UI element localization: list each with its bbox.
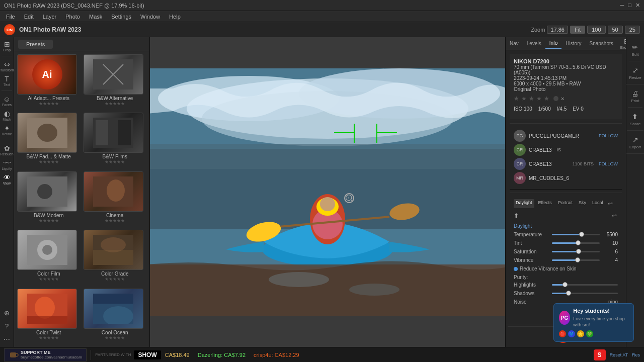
tab-snapshots[interactable]: Snapshots bbox=[586, 39, 617, 48]
adj-tab-local[interactable]: Local bbox=[590, 199, 605, 208]
adj-tab-portrait[interactable]: Portrait bbox=[556, 199, 575, 208]
zoom-25-btn[interactable]: 25 bbox=[625, 26, 640, 34]
edit-icon: ✏ bbox=[632, 43, 638, 51]
menu-edit[interactable]: Edit bbox=[20, 13, 38, 21]
tab-history[interactable]: History bbox=[561, 39, 585, 48]
tab-levels[interactable]: Levels bbox=[523, 39, 545, 48]
share-btn[interactable]: ⬆ Share bbox=[627, 109, 643, 131]
tool-retouch[interactable]: ✿ Retouch bbox=[0, 143, 14, 157]
adj-highlights-row: Highlights bbox=[514, 282, 618, 288]
star-3[interactable]: ★ bbox=[529, 95, 534, 102]
menu-settings[interactable]: Settings bbox=[107, 13, 135, 21]
preset-color-twist[interactable]: Color Twist ★★★★★ bbox=[17, 289, 80, 344]
svg-point-16 bbox=[42, 245, 52, 255]
preset-cool-ocean[interactable]: Cool Ocean ★★★★★ bbox=[84, 289, 147, 344]
adj-tab-effects[interactable]: Effects bbox=[536, 199, 554, 208]
bottom-tool-2[interactable]: ? bbox=[1, 320, 13, 332]
star-2[interactable]: ★ bbox=[521, 95, 527, 102]
preset-bw-mod[interactable]: B&W Modern ★★★★★ bbox=[17, 171, 80, 227]
tool-transform[interactable]: ⇔ Transform bbox=[0, 59, 14, 73]
top-toolbar: ON ON1 Photo RAW 2023 Zoom 17.86 Fit 100… bbox=[0, 22, 644, 37]
follow-label-2: FOLLOW bbox=[599, 161, 618, 166]
highlights-label: Highlights bbox=[514, 282, 549, 288]
zoom-100-btn[interactable]: 100 bbox=[587, 26, 605, 34]
close-btn[interactable]: ✕ bbox=[635, 2, 640, 9]
star-1[interactable]: ★ bbox=[514, 95, 519, 102]
canvas-area[interactable]: + bbox=[150, 37, 505, 347]
res-btn[interactable]: Res bbox=[632, 352, 640, 357]
sep1 bbox=[2, 56, 13, 56]
menu-bar: File Edit Layer Photo Mask Settings Wind… bbox=[0, 11, 644, 22]
tool-text[interactable]: T Text bbox=[0, 74, 14, 87]
adj-undo-btn[interactable]: ↩ bbox=[611, 211, 618, 220]
edit-btn[interactable]: ✏ Edit bbox=[629, 39, 642, 61]
shadows-slider[interactable] bbox=[552, 293, 618, 295]
svg-point-42 bbox=[269, 272, 329, 287]
star-4[interactable]: ★ bbox=[536, 95, 542, 102]
zoom-fit-btn[interactable]: Fit bbox=[570, 26, 585, 34]
x-label[interactable]: ✕ bbox=[560, 96, 565, 102]
tool-mask[interactable]: ◐ Mask bbox=[0, 109, 14, 122]
preset-color-grade[interactable]: Color Grade ★★★★★ bbox=[84, 230, 147, 285]
menu-file[interactable]: File bbox=[2, 13, 19, 21]
preset-bw-alt[interactable]: B&W Alternative ★★★★★ bbox=[84, 54, 147, 110]
reduce-vibrance-row: Reduce Vibrance on Skin bbox=[514, 266, 618, 272]
temperature-value: 5500 bbox=[603, 232, 618, 237]
print-icon: 🖨 bbox=[631, 89, 638, 98]
vibrance-slider[interactable] bbox=[552, 259, 600, 261]
coffee-icon bbox=[9, 350, 19, 360]
text-label: Text bbox=[4, 83, 10, 86]
adj-tab-sky[interactable]: Sky bbox=[577, 199, 588, 208]
tint-label: Tint bbox=[514, 240, 549, 246]
preset-stars-color-twist: ★★★★★ bbox=[17, 335, 80, 340]
preset-bw-films[interactable]: B&W Films ★★★★★ bbox=[84, 113, 147, 168]
title-text: ON1 Photo RAW 2023 (DSC_0043.NEF @ 17.9%… bbox=[4, 3, 144, 9]
maximize-btn[interactable]: □ bbox=[628, 2, 631, 9]
zoom-50-btn[interactable]: 50 bbox=[608, 26, 623, 34]
resize-icon: ⤢ bbox=[632, 66, 638, 74]
preset-name-color-film: Color Film bbox=[17, 271, 80, 277]
svg-text:+: + bbox=[348, 196, 350, 200]
highlights-slider[interactable] bbox=[552, 284, 618, 286]
tool-faces[interactable]: ☺ Faces bbox=[0, 94, 14, 108]
menu-window[interactable]: Window bbox=[136, 13, 164, 21]
preset-name-cinema: Cinema bbox=[84, 213, 147, 218]
tint-slider[interactable] bbox=[552, 242, 600, 244]
menu-photo[interactable]: Photo bbox=[61, 13, 84, 21]
presets-tab[interactable]: Presets bbox=[18, 40, 53, 49]
print-btn[interactable]: 🖨 Print bbox=[628, 85, 642, 108]
menu-mask[interactable]: Mask bbox=[85, 13, 106, 21]
tool-liquify[interactable]: 〰 Liquify bbox=[0, 158, 14, 171]
preset-bw-fade[interactable]: B&W Fad... & Matte ★★★★★ bbox=[17, 113, 80, 168]
menu-help[interactable]: Help bbox=[165, 13, 185, 21]
reset-at-btn[interactable]: Reset AT bbox=[610, 352, 628, 357]
export-btn[interactable]: ↗ Export bbox=[626, 132, 644, 154]
tab-info[interactable]: Info bbox=[545, 38, 562, 49]
hey-students-popup[interactable]: PG Hey students! Love every time you sho… bbox=[553, 303, 626, 324]
vibrance-value: 4 bbox=[603, 257, 618, 263]
minimize-btn[interactable]: ─ bbox=[620, 2, 624, 9]
menu-layer[interactable]: Layer bbox=[39, 13, 61, 21]
right-content: NIKON D7200 70 mm (Tamron SP 70-3...5.6 … bbox=[506, 50, 626, 324]
main-content: ⊞ Crop ⇔ Transform T Text ☺ Faces ◐ Mask… bbox=[0, 37, 644, 347]
preset-cinema[interactable]: Cinema ★★★★★ bbox=[84, 171, 147, 227]
star-5[interactable]: ★ bbox=[544, 95, 549, 102]
temperature-slider[interactable] bbox=[552, 234, 600, 236]
share-icon[interactable]: ⬆ bbox=[514, 212, 519, 219]
color-label[interactable] bbox=[553, 96, 558, 101]
tool-refine[interactable]: ✦ Refine bbox=[0, 123, 14, 137]
bottom-tool-3[interactable]: ⋯ bbox=[1, 333, 13, 345]
zoom-value[interactable]: 17.86 bbox=[547, 26, 568, 34]
left-toolbar: ⊞ Crop ⇔ Transform T Text ☺ Faces ◐ Mask… bbox=[0, 37, 14, 347]
tool-crop[interactable]: ⊞ Crop bbox=[0, 39, 14, 53]
preset-color-film[interactable]: Color Film ★★★★★ bbox=[17, 230, 80, 285]
adj-tab-daylight[interactable]: Daylight bbox=[514, 199, 534, 208]
tool-view[interactable]: 👁 View bbox=[0, 172, 14, 186]
tab-nav[interactable]: Nav bbox=[506, 39, 523, 48]
retouch-label: Retouch bbox=[0, 152, 13, 156]
bottom-tool-1[interactable]: ⊕ bbox=[1, 307, 13, 319]
saturation-slider[interactable] bbox=[552, 251, 600, 253]
undo-btn[interactable]: ↩ bbox=[607, 199, 614, 208]
preset-ai-adapt[interactable]: Ai Ai Adapt... Presets ★★★★★ bbox=[17, 54, 80, 110]
resize-btn[interactable]: ⤢ Resize bbox=[626, 62, 644, 84]
